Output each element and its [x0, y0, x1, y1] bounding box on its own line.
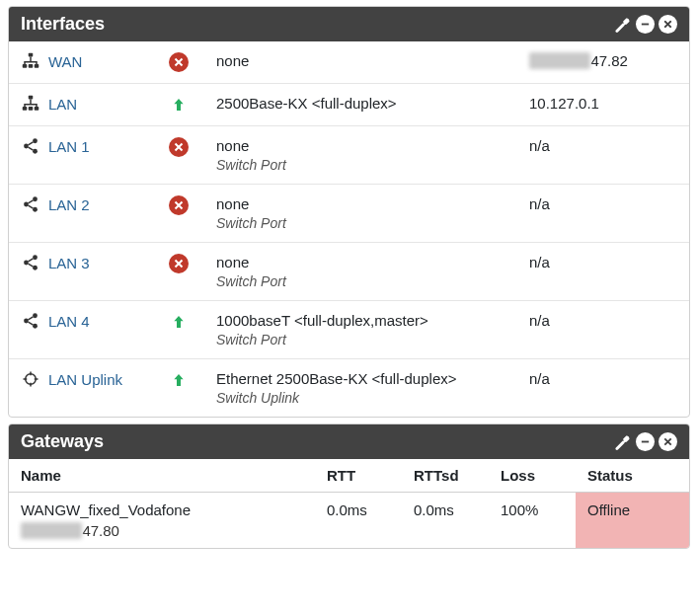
interface-addr-cell: n/a: [529, 370, 677, 387]
svg-point-16: [24, 261, 29, 266]
interface-sub: Switch Port: [216, 215, 529, 231]
interface-addr-cell: 000.000.47.82: [529, 52, 677, 69]
interface-addr-cell: n/a: [529, 195, 677, 212]
svg-point-14: [33, 207, 38, 212]
interface-name-cell: LAN: [21, 95, 169, 113]
col-status: Status: [576, 459, 689, 493]
interface-row: LAN 2noneSwitch Portn/a: [9, 184, 689, 242]
gateways-title: Gateways: [21, 431, 611, 452]
interfaces-panel: Interfaces WANnone000.000.47.82LAN2500Ba…: [8, 6, 690, 418]
interface-sub: Switch Port: [216, 332, 529, 347]
wrench-icon[interactable]: [611, 431, 632, 452]
interface-name-cell: LAN Uplink: [21, 370, 169, 388]
interface-link[interactable]: LAN 4: [48, 313, 90, 330]
interface-addr-cell: n/a: [529, 137, 677, 154]
interface-link[interactable]: LAN 1: [48, 138, 90, 155]
interface-addr: n/a: [529, 137, 550, 154]
interface-media-cell: noneSwitch Port: [216, 195, 529, 231]
interface-addr-cell: n/a: [529, 312, 677, 329]
interface-media-cell: noneSwitch Port: [216, 254, 529, 289]
crosshair-icon: [21, 370, 40, 388]
interface-status-cell: [169, 254, 216, 273]
interface-media: 2500Base-KX <full-duplex>: [216, 95, 529, 112]
interfaces-header: Interfaces: [9, 7, 689, 41]
close-icon[interactable]: [659, 15, 677, 34]
interface-media: none: [216, 52, 529, 69]
status-down-icon: [169, 195, 189, 215]
ip-redacted: 000.000.: [21, 522, 82, 539]
interface-name-cell: LAN 2: [21, 195, 169, 213]
interface-status-cell: [169, 137, 216, 157]
minus-icon[interactable]: [636, 15, 655, 34]
svg-rect-5: [29, 96, 34, 100]
gateway-name-cell: WANGW_fixed_Vodafone000.000.47.80: [9, 493, 315, 549]
share-icon: [21, 312, 40, 330]
gateways-panel: Gateways Name RTT RTTsd Loss Status WANG…: [8, 424, 690, 549]
interface-media-cell: noneSwitch Port: [216, 137, 529, 173]
interface-status-cell: [169, 312, 216, 332]
interface-addr: n/a: [529, 370, 550, 387]
interfaces-title: Interfaces: [21, 14, 611, 35]
interface-media: none: [216, 195, 529, 212]
minus-icon[interactable]: [636, 432, 655, 451]
interface-addr: n/a: [529, 195, 550, 212]
status-down-icon: [169, 254, 189, 273]
gateways-header: Gateways: [9, 424, 689, 459]
svg-point-12: [33, 196, 38, 201]
interface-sub: Switch Uplink: [216, 390, 529, 406]
share-icon: [21, 254, 40, 271]
interface-link[interactable]: LAN: [48, 96, 77, 113]
interface-addr: 47.82: [590, 52, 628, 69]
sitemap-icon: [21, 52, 40, 70]
interface-addr: n/a: [529, 312, 550, 329]
svg-point-15: [33, 255, 38, 260]
svg-point-10: [24, 144, 29, 149]
share-icon: [21, 137, 40, 155]
interface-row: LAN2500Base-KX <full-duplex>10.127.0.1: [9, 83, 689, 125]
col-name: Name: [9, 459, 315, 493]
svg-rect-6: [23, 107, 28, 111]
interfaces-controls: [611, 14, 677, 35]
interface-name-cell: WAN: [21, 52, 169, 70]
status-up-icon: [169, 95, 189, 115]
interface-addr-cell: n/a: [529, 254, 677, 270]
interface-media-cell: 1000baseT <full-duplex,master>Switch Por…: [216, 312, 529, 347]
interface-name-cell: LAN 4: [21, 312, 169, 330]
svg-rect-0: [642, 24, 649, 26]
gateway-row: WANGW_fixed_Vodafone000.000.47.800.0ms0.…: [9, 493, 689, 549]
interface-link[interactable]: LAN 2: [48, 196, 90, 213]
interface-media-cell: 2500Base-KX <full-duplex>: [216, 95, 529, 112]
svg-point-11: [33, 149, 38, 154]
interface-name-cell: LAN 3: [21, 254, 169, 271]
interface-link[interactable]: LAN 3: [48, 255, 90, 271]
interface-status-cell: [169, 195, 216, 215]
interface-media: 1000baseT <full-duplex,master>: [216, 312, 529, 329]
interface-media: none: [216, 137, 529, 154]
gateway-rtt: 0.0ms: [315, 493, 402, 549]
interface-row: WANnone000.000.47.82: [9, 41, 689, 83]
interface-addr: n/a: [529, 254, 550, 270]
col-rttsd: RTTsd: [402, 459, 489, 493]
share-icon: [21, 195, 40, 213]
wrench-icon[interactable]: [611, 14, 632, 35]
svg-point-17: [33, 266, 38, 270]
gateways-controls: [611, 431, 677, 452]
close-icon[interactable]: [659, 432, 677, 451]
svg-point-20: [33, 324, 38, 329]
svg-rect-1: [29, 53, 34, 57]
interface-status-cell: [169, 52, 216, 72]
gateways-table: Name RTT RTTsd Loss Status WANGW_fixed_V…: [9, 459, 689, 548]
svg-point-9: [33, 138, 38, 143]
interface-media: none: [216, 254, 529, 270]
interface-row: LAN 41000baseT <full-duplex,master>Switc…: [9, 300, 689, 358]
interface-link[interactable]: LAN Uplink: [48, 371, 122, 388]
interface-addr-cell: 10.127.0.1: [529, 95, 677, 112]
svg-point-21: [26, 374, 37, 385]
interfaces-body: WANnone000.000.47.82LAN2500Base-KX <full…: [9, 41, 689, 417]
svg-point-18: [33, 313, 38, 318]
status-up-icon: [169, 312, 189, 332]
interface-link[interactable]: WAN: [48, 53, 82, 70]
svg-rect-4: [35, 64, 39, 68]
gateways-header-row: Name RTT RTTsd Loss Status: [9, 459, 689, 493]
interface-media: Ethernet 2500Base-KX <full-duplex>: [216, 370, 529, 387]
